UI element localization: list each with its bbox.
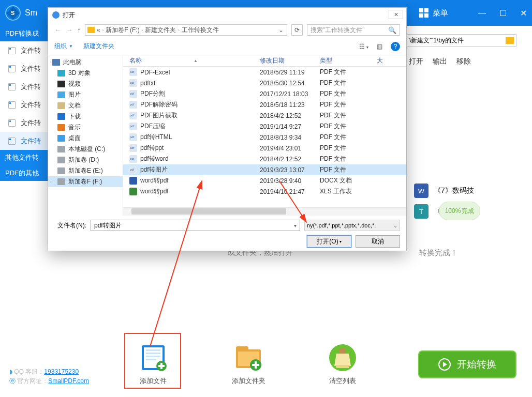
nav-back-button[interactable]: ← [54,26,62,34]
help-icon[interactable]: ? [391,42,400,51]
nav-up-button[interactable]: ↑ [77,26,81,34]
file-row[interactable]: word转pdf2019/4/10 21:47XLS 工作表 [123,186,406,197]
drive-icon [57,91,65,98]
file-row[interactable]: pdftxt2018/5/30 12:54PDF 文件 [123,78,406,88]
open-button[interactable]: 打开(O) ▾ [307,235,351,248]
drive-icon [57,135,65,142]
tree-item-4[interactable]: 文档 [48,100,123,111]
file-icon [129,188,137,195]
menu-button[interactable]: 菜单 [419,8,448,18]
output-path-field[interactable]: \新建文'''1\by的文件 [407,34,516,47]
dialog-close-button[interactable]: ✕ [389,10,403,19]
col-type-header[interactable]: 类型 [320,56,377,65]
add-file-label: 添加文件 [140,377,167,385]
search-input[interactable]: 搜索"工作转换文件" 🔍 [307,24,400,36]
crumb-1[interactable]: 新建文件夹 [145,26,176,35]
sidebar-item-0[interactable]: 文件转 [0,41,48,59]
cancel-button[interactable]: 取消 [356,235,400,248]
view-mode-button[interactable]: ☷ ▾ [359,43,368,50]
refresh-button[interactable]: ⟳ [291,24,303,36]
file-row[interactable]: PDF解除密码2018/5/18 11:23PDF 文件 [123,99,406,110]
filename-input[interactable]: pdf转图片 ▾ [91,220,300,231]
sidebar-head-2[interactable]: 其他文件转 [0,150,48,165]
site-link[interactable]: SmallPDF.com [48,377,89,385]
chevron-right-icon: › [142,28,143,33]
tree-item-10[interactable]: 新加卷E (E:) [48,165,123,176]
horizontal-scrollbar[interactable] [123,207,406,216]
file-row[interactable]: PDF图片获取2018/4/2 12:52PDF 文件 [123,110,406,121]
file-row[interactable]: PDF压缩2019/1/14 9:27PDF 文件 [123,121,406,132]
file-row[interactable]: word转pdf2019/3/28 9:40DOCX 文档 [123,175,406,186]
scroll-right-icon[interactable] [398,208,406,216]
word-icon: W [414,184,428,198]
file-row[interactable]: pdf转word2018/4/2 12:52PDF 文件 [123,154,406,164]
tree-item-0[interactable]: ›此电脑 [48,57,123,68]
sidebar-item-2[interactable]: 文件转 [0,78,48,96]
file-icon [129,101,137,109]
col-date-header[interactable]: 修改日期 [260,56,320,65]
drive-icon [57,157,65,163]
add-folder-button[interactable]: 添加文件夹 [223,343,274,386]
close-icon[interactable]: ✕ [520,8,527,18]
tree-item-11[interactable]: ›新加卷F (F:) [48,176,123,187]
nav-fwd-button[interactable]: → [66,26,73,34]
svg-rect-3 [146,353,160,354]
sidebar-item-1[interactable]: 文件转 [0,59,48,78]
tree-item-3[interactable]: 图片 [48,89,123,100]
chevron-down-icon[interactable]: ▾ [294,223,297,228]
tree-item-5[interactable]: 下载 [48,111,123,122]
path-dropdown-icon[interactable]: ⌄ [275,26,287,34]
file-row[interactable]: pdf转图片2019/3/23 13:07PDF 文件 [123,164,406,175]
sidebar-item-3[interactable]: 文件转 [0,96,48,114]
remove-action[interactable]: 移除 [456,57,471,66]
minimize-icon[interactable]: — [478,8,486,18]
file-row[interactable]: PDF分割2017/12/21 18:03PDF 文件 [123,88,406,99]
sidebar-head-3[interactable]: PDF的其他 [0,165,48,181]
chevron-right-icon: › [178,28,180,33]
tree-item-1[interactable]: 3D 对象 [48,68,123,79]
file-row[interactable]: PDF-Excel2018/5/29 11:19PDF 文件 [123,67,406,78]
drive-icon [57,102,65,109]
doc-icon [8,101,16,109]
maximize-icon[interactable]: ☐ [499,8,507,18]
clear-list-label: 清空列表 [329,377,356,385]
qq-link[interactable]: 1933175230 [44,368,79,375]
file-type-filter[interactable]: ny(*.pdf,*.ppt,*.pptx,*.doc,*. ⌄ [304,220,400,231]
sidebar-item-4[interactable]: 文件转 [0,114,48,132]
start-convert-button[interactable]: 开始转换 [418,350,516,378]
organize-menu[interactable]: 组织▼ [54,42,73,51]
expand-icon: › [50,60,52,65]
chevron-down-icon[interactable]: ⌄ [393,223,397,228]
file-row[interactable]: pdf转ppt2019/4/4 23:01PDF 文件 [123,143,406,154]
crumb-0[interactable]: 新加卷F (F:) [106,26,139,35]
svg-rect-4 [146,356,160,357]
menu-label: 菜单 [433,8,448,18]
drive-icon [57,167,65,174]
tree-item-2[interactable]: 视频 [48,79,123,89]
dialog-toolbar: 组织▼ 新建文件夹 ☷ ▾ ▥ ? [48,38,406,55]
progress-label: 完成 [462,207,474,216]
col-name-header[interactable]: 名称▲ [129,56,260,65]
output-action[interactable]: 输出 [433,57,447,66]
crumb-2[interactable]: 工作转换文件 [182,26,219,35]
file-icon [129,90,137,98]
breadcrumb-path[interactable]: « › 新加卷F (F:) › 新建文件夹 › 工作转换文件 ⌄ [85,24,287,36]
tree-item-6[interactable]: 音乐 [48,122,123,133]
col-size-header[interactable]: 大 [377,56,397,65]
file-row[interactable]: pdf转HTML2018/8/13 9:34PDF 文件 [123,132,406,143]
sidebar-item-5[interactable]: 文件转 [0,132,48,150]
text-icon: T [414,204,428,219]
tree-item-9[interactable]: 新加卷 (D:) [48,155,123,165]
clear-list-button[interactable]: 清空列表 [317,343,368,386]
add-file-button[interactable]: 添加文件 [127,343,179,386]
open-action[interactable]: 打开 [409,57,423,66]
doc-icon [8,65,16,72]
tree-item-7[interactable]: 桌面 [48,133,123,144]
preview-pane-button[interactable]: ▥ [377,43,382,50]
sidebar-head-1[interactable]: PDF转换成 [0,26,48,41]
svg-rect-5 [146,359,156,360]
tree-item-8[interactable]: 本地磁盘 (C:) [48,144,123,155]
new-folder-button[interactable]: 新建文件夹 [83,42,114,51]
scroll-left-icon[interactable] [123,208,131,216]
file-tile-1[interactable]: W 《7》数码技 [414,184,474,198]
